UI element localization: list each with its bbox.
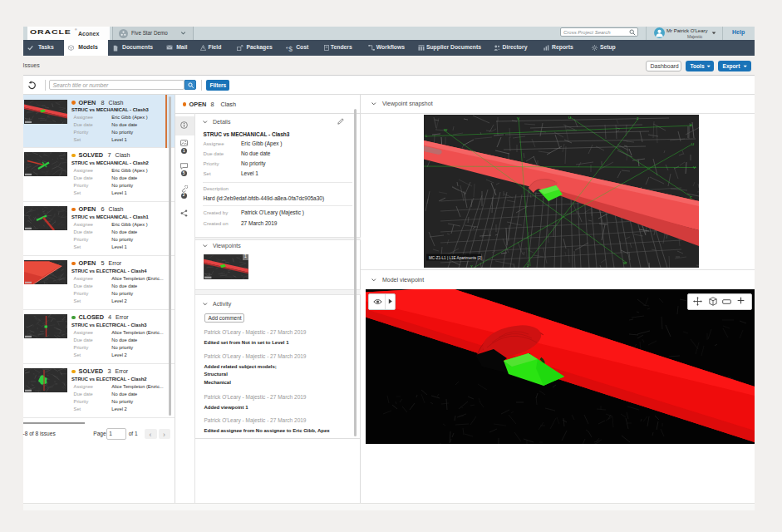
svg-text:Y: Y <box>470 264 473 268</box>
svg-text:$: $ <box>288 45 293 52</box>
svg-text:C: C <box>690 195 692 200</box>
svg-text:V: V <box>693 165 696 170</box>
svg-text:V: V <box>517 116 519 121</box>
svg-text:C: C <box>425 134 427 138</box>
svg-text:U: U <box>691 142 694 146</box>
svg-text:U: U <box>568 116 571 120</box>
svg-text:MC-Z1-L1 | L1E Apartments [2]: MC-Z1-L1 | L1E Apartments [2] <box>429 255 482 259</box>
